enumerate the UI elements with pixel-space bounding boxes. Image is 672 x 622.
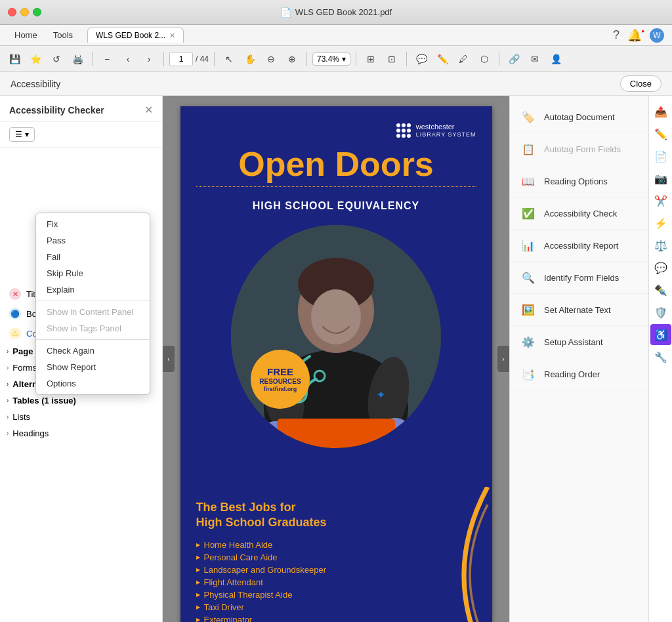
rp-alt-text[interactable]: 🖼️ Set Alternate Text (510, 294, 648, 326)
icon-strip: 📤 ✏️ 📄 📷 ✂️ ⚡ ⚖️ 💬 ✒️ 🛡️ ♿ 🔧 (648, 96, 672, 622)
close-accessibility-btn[interactable]: Close (620, 75, 662, 92)
main-layout: Accessibility Checker ✕ ☰ ▾ Fix Pass Fai… (0, 96, 672, 622)
back-btn[interactable]: ↺ (47, 50, 66, 68)
menu-bar: Home Tools WLS GED Book 2... ✕ ? 🔔● W (0, 25, 672, 46)
rp-setup-assistant[interactable]: ⚙️ Setup Assistant (510, 326, 648, 358)
ctx-options[interactable]: Options (36, 375, 150, 392)
reading-options-icon: 📖 (519, 172, 537, 190)
rp-reading-order[interactable]: 📑 Reading Order (510, 358, 648, 390)
ctx-sep2 (36, 339, 150, 340)
close-traffic-light[interactable] (8, 8, 16, 16)
window-title: 📄 WLS GED Book 2021.pdf (280, 7, 392, 18)
toolbar: 💾 ⭐ ↺ 🖨️ − ‹ › / 44 ↖ ✋ ⊖ ⊕ 73.4% ▾ ⊞ ⊡ … (0, 46, 672, 72)
nav-icons: ? 🔔● W (613, 28, 664, 43)
rp-accessibility-report[interactable]: 📊 Accessibility Report (510, 230, 648, 262)
tab-close-btn[interactable]: ✕ (169, 31, 175, 40)
sep1 (92, 52, 93, 66)
ctx-pass[interactable]: Pass (36, 232, 150, 249)
person-svg: ✦ (231, 225, 441, 448)
notification-icon[interactable]: 🔔● (627, 28, 642, 43)
help-icon[interactable]: ? (613, 28, 620, 43)
sep6 (406, 52, 407, 66)
chevron-icon: › (7, 364, 9, 371)
filter-btn[interactable]: ☰ ▾ (9, 127, 35, 142)
chevron-icon: › (7, 397, 9, 404)
strip-icon-accessibility[interactable]: ♿ (650, 324, 671, 345)
section-lists[interactable]: › Lists (0, 409, 162, 425)
maximize-traffic-light[interactable] (33, 8, 41, 16)
fit-btn[interactable]: ⊞ (362, 50, 380, 68)
hand-tool[interactable]: ✋ (241, 50, 259, 68)
cover-badge: FREE RESOURCES firstfind.org (251, 350, 310, 409)
link-btn[interactable]: 🔗 (505, 50, 523, 68)
strip-icon-3[interactable]: 📄 (650, 146, 671, 167)
checker-toolbar: ☰ ▾ (0, 122, 162, 148)
setup-assistant-icon: ⚙️ (519, 333, 537, 351)
stamp-btn[interactable]: ⬡ (475, 50, 494, 68)
svg-rect-12 (277, 419, 395, 448)
ctx-show-report[interactable]: Show Report (36, 359, 150, 375)
checker-close-btn[interactable]: ✕ (144, 104, 153, 116)
comment-btn[interactable]: 💬 (412, 50, 430, 68)
scroll-left[interactable]: ‹ (163, 346, 175, 372)
zoom-selector[interactable]: 73.4% ▾ (312, 52, 350, 66)
ctx-sep1 (36, 301, 150, 301)
strip-icon-7[interactable]: ⚖️ (650, 235, 671, 256)
strip-icon-6[interactable]: ⚡ (650, 213, 671, 234)
print-btn[interactable]: 🖨️ (68, 50, 87, 68)
zoom-in-btn[interactable]: ⊕ (283, 50, 301, 68)
ctx-fail[interactable]: Fail (36, 249, 150, 265)
page-indicator: / 44 (169, 52, 209, 66)
rp-identify-forms[interactable]: 🔍 Identify Form Fields (510, 262, 648, 294)
strip-icon-10[interactable]: 🛡️ (650, 302, 671, 323)
pdf-tab[interactable]: WLS GED Book 2... ✕ (87, 28, 184, 43)
ctx-show-content: Show in Content Panel (36, 304, 150, 320)
autotag-doc-icon: 🏷️ (519, 108, 537, 126)
bookmark-btn[interactable]: ⭐ (26, 50, 45, 68)
email-btn[interactable]: ✉ (526, 50, 544, 68)
ctx-check-again[interactable]: Check Again (36, 342, 150, 359)
strip-icon-4[interactable]: 📷 (650, 168, 671, 189)
draw-btn[interactable]: ✏️ (433, 50, 452, 68)
right-panel-list: 🏷️ Autotag Document 📋 Autotag Form Field… (510, 96, 648, 622)
logo-text: westchester LIBRARY SYSTEM (416, 122, 476, 139)
left-sidebar: Accessibility Checker ✕ ☰ ▾ Fix Pass Fai… (0, 96, 163, 622)
sep2 (163, 52, 164, 66)
accessibility-header: Accessibility Close (0, 72, 672, 96)
ctx-fix[interactable]: Fix (36, 216, 150, 232)
minimize-traffic-light[interactable] (20, 8, 29, 16)
sep7 (499, 52, 499, 66)
section-headings[interactable]: › Headings (0, 425, 162, 442)
cursor-tool[interactable]: ↖ (220, 50, 238, 68)
marquee-btn[interactable]: ⊡ (383, 50, 401, 68)
rp-accessibility-check[interactable]: ✅ Accessibility Check (510, 197, 648, 230)
menu-home[interactable]: Home (8, 28, 44, 43)
accessibility-report-icon: 📊 (519, 236, 537, 255)
zoom-out2-btn[interactable]: ⊖ (262, 50, 280, 68)
save-btn[interactable]: 💾 (5, 50, 24, 68)
user-btn[interactable]: 👤 (547, 50, 565, 68)
menu-tools[interactable]: Tools (47, 28, 79, 43)
rp-autotag-doc[interactable]: 🏷️ Autotag Document (510, 101, 648, 133)
logo-dots (396, 123, 411, 138)
scroll-right[interactable]: › (497, 346, 509, 372)
highlight-btn[interactable]: 🖊 (454, 50, 472, 68)
zoom-out-btn[interactable]: − (98, 50, 116, 68)
chevron-icon: › (7, 381, 9, 388)
strip-icon-1[interactable]: 📤 (650, 101, 671, 122)
avatar-icon[interactable]: W (650, 28, 664, 43)
ctx-explain[interactable]: Explain (36, 281, 150, 298)
strip-icon-5[interactable]: ✂️ (650, 190, 671, 211)
center-content[interactable]: ‹ › westchester LIBRARY SYSTEM Open Door… (163, 96, 509, 622)
prev-page-btn[interactable]: ‹ (119, 50, 137, 68)
ctx-skip-rule[interactable]: Skip Rule (36, 265, 150, 281)
strip-icon-8[interactable]: 💬 (650, 257, 671, 278)
strip-icon-2[interactable]: ✏️ (650, 123, 671, 144)
rp-reading-options[interactable]: 📖 Reading Options (510, 165, 648, 197)
next-page-btn[interactable]: › (140, 50, 158, 68)
pdf-icon: 📄 (280, 7, 291, 18)
strip-icon-tools[interactable]: 🔧 (650, 346, 671, 367)
strip-icon-9[interactable]: ✒️ (650, 280, 671, 301)
checker-header: Accessibility Checker ✕ (0, 96, 162, 122)
page-input[interactable] (169, 52, 193, 66)
